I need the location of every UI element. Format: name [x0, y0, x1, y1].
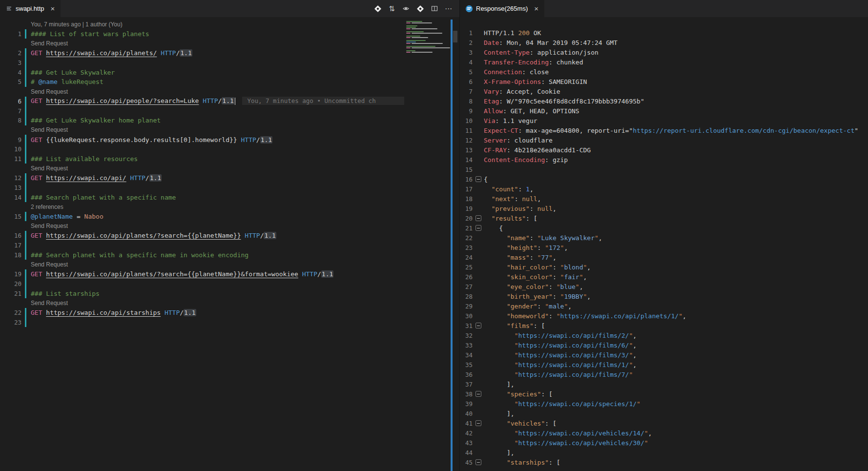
code-token	[484, 185, 492, 193]
close-icon[interactable]: ×	[534, 5, 538, 12]
git-gutter-indicator	[25, 317, 26, 327]
more-actions-icon[interactable]: ⋯	[441, 0, 455, 17]
codelens-link[interactable]: Send Request	[31, 223, 68, 229]
line-text: "https://swapi.co/api/films/1/",	[484, 361, 637, 369]
fold-collapse-icon[interactable]	[475, 459, 481, 465]
split-editor-icon[interactable]	[427, 0, 441, 17]
fold-collapse-icon[interactable]	[475, 225, 481, 231]
line-text: "vehicles": [	[484, 420, 557, 427]
code-token: Content-Type	[484, 49, 530, 56]
code-token: Transfer-Encoding	[484, 59, 549, 66]
line-text: Content-Type: application/json	[484, 49, 599, 56]
line-number: 5	[460, 68, 473, 76]
left-tab-bar: swapi.http × ⇅ ⋯	[0, 0, 459, 17]
request-url-link[interactable]: https://swapi.co/api/planets/	[46, 49, 157, 57]
code-token: : close	[522, 68, 549, 76]
git-gutter-indicator	[25, 192, 26, 202]
line-number: 24	[460, 254, 473, 261]
response-line: 32 "https://swapi.co/api/films/2/",	[460, 330, 868, 340]
line-text: "https://swapi.co/api/films/7/"	[484, 371, 633, 378]
line-text: Content-Encoding: gzip	[484, 156, 568, 164]
response-line: 42 "https://swapi.co/api/vehicles/14/",	[460, 428, 868, 438]
scrollbar-thumb[interactable]	[453, 31, 457, 42]
fold-collapse-icon[interactable]	[475, 391, 481, 397]
code-token	[484, 264, 507, 271]
code-token: "mass"	[507, 254, 530, 261]
codelens-link[interactable]: Send Request	[31, 40, 68, 47]
code-token: : Accept, Cookie	[499, 88, 560, 95]
line-text: ### List starships	[31, 290, 100, 297]
code-token	[484, 420, 507, 427]
fold-collapse-icon[interactable]	[475, 215, 481, 221]
codelens-link[interactable]: Send Request	[31, 88, 68, 95]
fold-gutter	[475, 274, 481, 280]
open-changes-icon[interactable]: ⇅	[385, 0, 399, 17]
line-text: GET https://swapi.co/api/planets/?search…	[31, 270, 333, 278]
fold-gutter	[475, 137, 481, 143]
line-text: "starships": [	[484, 459, 560, 466]
code-token: "	[549, 254, 553, 261]
code-token: : cloudflare	[507, 137, 553, 144]
tab-swapi-http[interactable]: swapi.http ×	[0, 0, 61, 17]
code-token: : gzip	[545, 156, 568, 164]
minimap-line	[412, 22, 432, 23]
code-token: Content-Encoding	[484, 156, 545, 164]
line-number: 34	[460, 351, 473, 359]
line-number: 17	[460, 185, 473, 193]
code-line: 18### Search planet with a specific name…	[0, 250, 404, 260]
code-token: :	[537, 303, 545, 310]
fold-gutter	[475, 401, 481, 407]
response-line: 34 "https://swapi.co/api/films/3/",	[460, 350, 868, 360]
code-token	[484, 205, 492, 212]
response-line: 37 ],	[460, 379, 868, 389]
codelens-link[interactable]: 2 references	[31, 204, 63, 210]
line-text: "species": [	[484, 390, 553, 398]
line-text: GET https://swapi.co/api/planets/?search…	[31, 232, 276, 239]
tab-response[interactable]: Response(265ms) ×	[460, 0, 544, 17]
line-text: "https://swapi.co/api/films/3/",	[484, 351, 637, 359]
text-cursor	[235, 98, 236, 105]
fold-gutter	[475, 127, 481, 133]
response-line: 7Vary: Accept, Cookie	[460, 86, 868, 96]
minimap-line	[406, 31, 424, 32]
git-gutter-indicator	[25, 173, 26, 183]
toggle-blame-eye-icon[interactable]	[399, 0, 413, 17]
code-token	[126, 174, 130, 182]
gitlens-annotations-icon[interactable]	[413, 0, 427, 17]
minimap-line	[406, 21, 422, 22]
request-url-link[interactable]: https://swapi.co/api/planets/?search={{p…	[46, 270, 298, 278]
minimap[interactable]	[404, 20, 451, 471]
gitlens-icon[interactable]	[371, 0, 385, 17]
request-url-link[interactable]: https://swapi.co/api/starships	[46, 309, 161, 316]
response-tab-bar: Response(265ms) ×	[460, 0, 868, 17]
request-url-link[interactable]: https://swapi.co/api/planets/?search={{p…	[46, 232, 241, 239]
fold-collapse-icon[interactable]	[475, 323, 481, 328]
code-token: HTTP	[165, 309, 180, 316]
line-text: ### Get Luke Skywalker	[31, 69, 115, 76]
codelens-link[interactable]: Send Request	[31, 261, 68, 268]
code-line: 11### List available resources	[0, 154, 404, 164]
codelens-link[interactable]: Send Request	[31, 165, 68, 172]
close-icon[interactable]: ×	[51, 5, 55, 12]
request-url-link[interactable]: https://swapi.co/api/people/?search=Luke	[46, 97, 199, 104]
code-token: : [	[534, 322, 545, 329]
line-text: GET https://swapi.co/api/ HTTP/1.1	[31, 174, 162, 182]
codelens-link[interactable]: Send Request	[31, 300, 68, 307]
line-text: # @name lukeRequest	[31, 78, 103, 85]
git-blame-annotation: You, 7 minutes ago • Uncommitted ch	[242, 97, 404, 105]
line-text: X-Frame-Options: SAMEORIGIN	[484, 78, 587, 85]
minimap-line	[406, 47, 411, 48]
codelens-link[interactable]: Send Request	[31, 126, 68, 133]
code-token: https://swapi.co/api/films/3/	[518, 351, 629, 359]
code-token: GET	[31, 232, 46, 239]
code-token: Etag	[484, 98, 499, 105]
line-text: "results": [	[484, 215, 537, 222]
code-token: OK	[530, 29, 541, 37]
fold-collapse-icon[interactable]	[475, 420, 481, 426]
code-token: "eye_color"	[507, 283, 549, 290]
request-url-link[interactable]: https://swapi.co/api/	[46, 174, 126, 182]
codelens-link[interactable]: You, 7 minutes ago | 1 author (You)	[31, 21, 123, 28]
http-file-editor: You, 7 minutes ago | 1 author (You)1####…	[0, 17, 459, 471]
fold-collapse-icon[interactable]	[475, 176, 481, 182]
line-number: 26	[460, 273, 473, 281]
